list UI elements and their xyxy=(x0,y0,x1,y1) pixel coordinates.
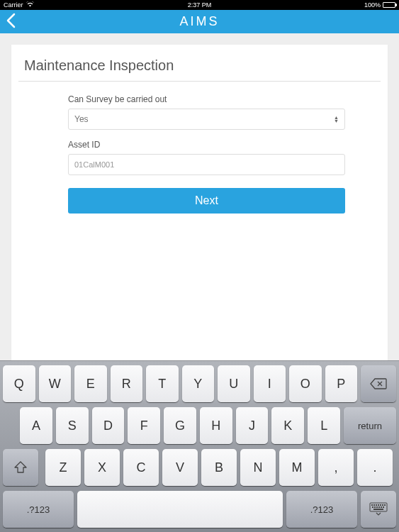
key-x[interactable]: X xyxy=(84,449,120,486)
svg-rect-1 xyxy=(371,504,373,506)
survey-value: Yes xyxy=(74,114,89,124)
status-time: 2:37 PM xyxy=(188,1,212,9)
svg-rect-10 xyxy=(376,506,378,508)
key-d[interactable]: D xyxy=(92,407,125,444)
key-,[interactable]: , xyxy=(318,449,354,486)
key-z[interactable]: Z xyxy=(45,449,81,486)
app-title: AIMS xyxy=(179,14,219,29)
svg-rect-7 xyxy=(384,504,386,506)
key-.[interactable]: . xyxy=(357,449,393,486)
shift-key[interactable] xyxy=(3,449,38,486)
back-button[interactable] xyxy=(6,13,16,31)
key-v[interactable]: V xyxy=(162,449,198,486)
key-u[interactable]: U xyxy=(218,365,250,402)
key-g[interactable]: G xyxy=(164,407,196,444)
space-key[interactable] xyxy=(77,491,283,528)
keyboard: QWERTYUIOP ASDFGHJKL return ZXCVBNM,. .?… xyxy=(0,360,399,532)
key-b[interactable]: B xyxy=(201,449,237,486)
key-h[interactable]: H xyxy=(200,407,232,444)
form-card: Maintenance Inspection Can Survey be car… xyxy=(11,45,388,360)
svg-rect-13 xyxy=(383,506,384,508)
svg-rect-12 xyxy=(381,506,382,508)
backspace-key[interactable] xyxy=(361,365,396,402)
wifi-icon xyxy=(26,1,34,9)
battery-icon xyxy=(383,2,395,8)
key-o[interactable]: O xyxy=(289,365,322,402)
backspace-icon xyxy=(370,378,387,389)
survey-select[interactable]: Yes ▲▼ xyxy=(68,109,345,130)
battery-label: 100% xyxy=(364,1,381,9)
asset-input[interactable] xyxy=(68,154,345,175)
content-area: Maintenance Inspection Can Survey be car… xyxy=(0,33,399,360)
key-q[interactable]: Q xyxy=(3,365,35,402)
dismiss-keyboard-key[interactable] xyxy=(361,491,396,528)
key-w[interactable]: W xyxy=(39,365,72,402)
numeric-key-right[interactable]: .?123 xyxy=(286,491,357,528)
shift-icon xyxy=(13,461,28,474)
key-f[interactable]: F xyxy=(128,407,160,444)
return-key[interactable]: return xyxy=(344,407,396,444)
key-a[interactable]: A xyxy=(20,407,52,444)
key-e[interactable]: E xyxy=(74,365,107,402)
next-button[interactable]: Next xyxy=(68,188,345,214)
svg-rect-9 xyxy=(374,506,376,508)
key-j[interactable]: J xyxy=(236,407,269,444)
survey-label: Can Survey be carried out xyxy=(68,94,345,104)
svg-rect-3 xyxy=(376,504,377,506)
svg-rect-5 xyxy=(380,504,381,506)
key-m[interactable]: M xyxy=(279,449,315,486)
key-i[interactable]: I xyxy=(254,365,286,402)
svg-rect-8 xyxy=(372,506,373,508)
svg-rect-6 xyxy=(382,504,383,506)
svg-rect-2 xyxy=(373,504,375,506)
asset-label: Asset ID xyxy=(68,140,345,150)
nav-bar: AIMS xyxy=(0,10,399,33)
keyboard-dismiss-icon xyxy=(369,502,388,516)
page-title: Maintenance Inspection xyxy=(18,57,381,82)
key-n[interactable]: N xyxy=(240,449,276,486)
chevron-updown-icon: ▲▼ xyxy=(334,116,339,123)
svg-rect-11 xyxy=(378,506,380,508)
key-r[interactable]: R xyxy=(111,365,143,402)
key-t[interactable]: T xyxy=(146,365,179,402)
key-k[interactable]: K xyxy=(271,407,304,444)
key-l[interactable]: L xyxy=(308,407,340,444)
key-s[interactable]: S xyxy=(56,407,89,444)
svg-rect-14 xyxy=(373,509,383,510)
status-bar: Carrier 2:37 PM 100% xyxy=(0,0,399,10)
key-p[interactable]: P xyxy=(325,365,358,402)
carrier-label: Carrier xyxy=(4,1,23,9)
svg-rect-4 xyxy=(378,504,379,506)
key-y[interactable]: Y xyxy=(182,365,215,402)
numeric-key-left[interactable]: .?123 xyxy=(3,491,74,528)
key-c[interactable]: C xyxy=(123,449,159,486)
